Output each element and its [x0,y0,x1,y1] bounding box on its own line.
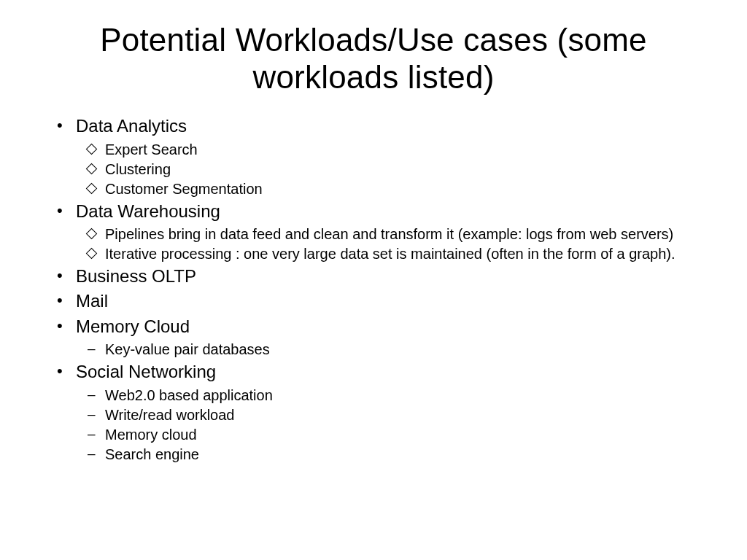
list-item-label: Data Warehousing [76,201,220,221]
sub-list: Key-value pair databases [76,340,703,359]
list-item: Memory CloudKey-value pair databases [76,315,703,359]
bullet-list: Data AnalyticsExpert SearchClusteringCus… [44,114,703,463]
list-item: Data AnalyticsExpert SearchClusteringCus… [76,114,703,198]
list-item-label: Mail [76,291,108,311]
sub-list-item: Web2.0 based application [105,386,703,405]
list-item: Mail [76,289,703,313]
list-item-label: Social Networking [76,362,216,381]
sub-list-item: Memory cloud [105,425,703,444]
sub-list: Pipelines bring in data feed and clean a… [76,225,703,263]
list-item: Data WarehousingPipelines bring in data … [76,200,703,263]
list-item-label: Data Analytics [76,116,187,136]
sub-list-item: Clustering [105,160,703,179]
sub-list-item: Key-value pair databases [105,340,703,359]
sub-list-item: Pipelines bring in data feed and clean a… [105,225,703,244]
sub-list-item: Iterative processing : one very large da… [105,244,703,263]
sub-list-item: Write/read workload [105,405,703,424]
list-item-label: Memory Cloud [76,316,190,336]
slide-title: Potential Workloads/Use cases (some work… [44,22,703,96]
list-item: Social NetworkingWeb2.0 based applicatio… [76,360,703,463]
sub-list-item: Expert Search [105,140,703,159]
slide-container: Potential Workloads/Use cases (some work… [0,0,747,494]
list-item: Business OLTP [76,265,703,288]
sub-list: Expert SearchClusteringCustomer Segmenta… [76,140,703,198]
sub-list-item: Customer Segmentation [105,179,703,198]
sub-list-item: Search engine [105,445,703,464]
list-item-label: Business OLTP [76,266,196,286]
sub-list: Web2.0 based applicationWrite/read workl… [76,386,703,464]
